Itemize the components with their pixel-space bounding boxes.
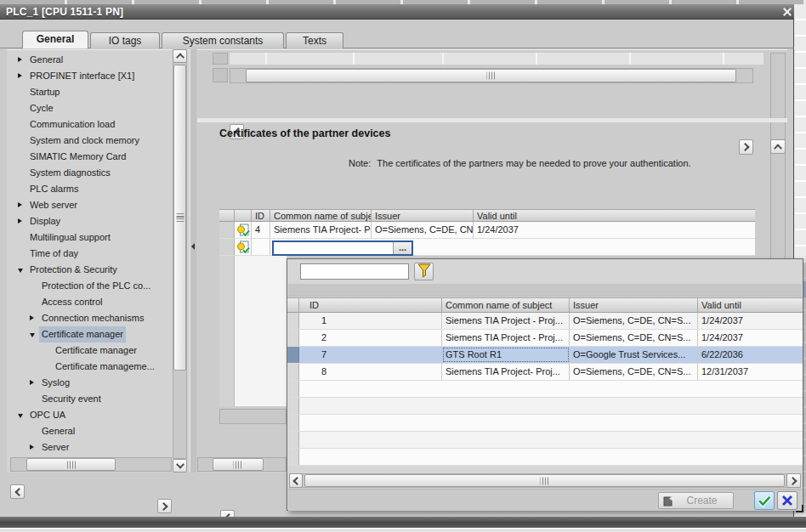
row-selector-cell[interactable] [219,239,235,255]
confirm-button[interactable] [754,491,775,510]
popup-empty-row [287,381,803,398]
popup-certificate-row[interactable]: 1Siemens TIA Project - Proj...O=Siemens,… [287,313,803,330]
sidebar-scroll-left-icon[interactable] [10,484,25,499]
certificate-picker-cell[interactable]: ... [272,241,413,256]
sidebar-item-label: Syslog [39,375,72,391]
row-selector-cell[interactable] [287,347,299,363]
expand-icon[interactable] [18,73,22,78]
collapse-pane-icon[interactable] [191,243,195,250]
collapse-icon[interactable] [18,414,23,418]
pane-splitter[interactable] [190,49,196,473]
sidebar-item-label: Protection & Security [27,262,120,278]
tab-io-tags[interactable]: IO tags [90,32,160,48]
cell-valid-until: 1/24/2037 [698,330,803,346]
sidebar-item-access-control[interactable]: Access control [7,294,172,310]
content-scroll-up-icon[interactable] [770,139,786,154]
sidebar-scroll-down-icon[interactable] [173,459,187,473]
row-selector-cell[interactable] [219,222,235,238]
row-selector-cell[interactable] [287,330,299,346]
expand-icon[interactable] [18,218,22,224]
sidebar-item-multilingual-support[interactable]: Multilingual support [7,229,172,246]
sidebar-item-time-of-day[interactable]: Time of day [7,246,172,262]
sidebar-item-plc-alarms[interactable]: PLC alarms [7,181,172,197]
sidebar-scroll-right-icon[interactable] [157,499,172,513]
column-header-valid-until[interactable]: Valid until [474,210,755,221]
cell-id-empty [252,239,270,255]
content-scroll-right-icon[interactable] [739,139,753,155]
sidebar-item-certificate-manager[interactable]: Certificate manager [7,342,172,359]
certificate-picker-input[interactable] [274,242,393,254]
cancel-button[interactable] [777,491,797,510]
sidebar-item-security-event[interactable]: Security event [7,391,172,407]
sidebar-item-opc-ua[interactable]: OPC UA [7,407,172,423]
expand-icon[interactable] [30,380,34,385]
note-label: Note: [349,158,371,168]
dialog-bottom-frame [0,517,806,528]
column-header-common-name[interactable]: Common name of subject [442,298,570,312]
column-header-id[interactable]: ID [299,298,442,312]
sidebar-item-general[interactable]: General [7,52,172,68]
row-selector-cell[interactable] [287,364,299,380]
sidebar-item-label: SIMATIC Memory Card [27,149,128,165]
tab-system-constants[interactable]: System constants [162,32,284,48]
sidebar-item-certificate-manager[interactable]: Certificate manager [7,326,172,342]
column-header-common-name[interactable]: Common name of subject [270,210,372,221]
section-heading: Certificates of the partner devices [219,127,390,139]
sidebar-scroll-up-icon[interactable] [173,49,187,63]
sidebar-vscroll-thumb[interactable] [173,65,186,371]
sidebar-item-connection-mechanisms[interactable]: Connection mechanisms [7,310,172,326]
column-header-issuer[interactable]: Issuer [372,210,474,221]
filter-button[interactable] [414,263,434,280]
sidebar-item-label: OPC UA [27,407,68,423]
popup-certificate-row[interactable]: 2Siemens TIA Project - Proj...O=Siemens,… [287,330,803,347]
sidebar-item-cycle[interactable]: Cycle [7,100,172,116]
sidebar-item-web-server[interactable]: Web server [7,197,172,213]
expand-icon[interactable] [18,57,22,62]
sidebar-hscroll-thumb[interactable] [26,458,116,471]
create-button[interactable]: Create [658,492,734,509]
sidebar-item-system-diagnostics[interactable]: System diagnostics [7,165,172,181]
expand-icon[interactable] [30,315,34,320]
sidebar-item-profinet-interface-x1[interactable]: PROFINET interface [X1] [7,68,172,84]
row-selector-cell[interactable] [287,313,299,329]
content-hscroll-thumb[interactable] [246,69,736,82]
cell-common-name: GTS Root R1 [442,347,570,363]
close-icon[interactable] [780,6,794,18]
sidebar-item-startup[interactable]: Startup [7,84,172,100]
expand-icon[interactable] [30,444,34,450]
popup-empty-row [287,449,803,466]
tab-general[interactable]: General [22,31,88,48]
sidebar-item-protection-of-the-plc-co[interactable]: Protection of the PLC co... [7,278,172,294]
popup-scroll-left-icon[interactable] [289,473,303,488]
sidebar-item-label: PROFINET interface [X1] [27,68,137,84]
search-input[interactable] [300,263,409,280]
popup-certificate-row[interactable]: 7GTS Root R1O=Google Trust Services...6/… [287,347,803,364]
sidebar-item-protection-security[interactable]: Protection & Security [7,262,172,278]
popup-scroll-right-icon[interactable] [786,473,801,488]
popup-certificate-row[interactable]: 8Siemens TIA Project- Proj...O=Siemens, … [287,364,803,381]
popup-hscroll-thumb[interactable] [304,474,785,487]
sidebar-item-simatic-memory-card[interactable]: SIMATIC Memory Card [7,149,172,165]
collapse-icon[interactable] [18,269,23,273]
sidebar-item-certificate-manageme[interactable]: Certificate manageme... [7,359,172,375]
column-header-valid-until[interactable]: Valid until [698,298,803,312]
browse-ellipsis-button[interactable]: ... [393,242,412,254]
expand-icon[interactable] [18,202,22,207]
tab-label: General [37,33,75,45]
dialog-titlebar[interactable]: PLC_1 [CPU 1511-1 PN] [0,4,794,20]
sidebar-item-display[interactable]: Display [7,213,172,229]
sidebar-item-server[interactable]: Server [7,439,172,456]
pane-hscroll-thumb[interactable] [213,458,264,471]
column-header-issuer[interactable]: Issuer [570,298,698,312]
collapse-icon[interactable] [30,333,35,337]
certificate-row[interactable]: 4 Siemens TIA Project- Proj... O=Siemens… [219,222,755,239]
popup-resize-grip[interactable] [796,505,803,512]
sidebar-item-label: Certificate manager [53,342,139,359]
sidebar-item-system-and-clock-memory[interactable]: System and clock memory [7,133,172,149]
tab-texts[interactable]: Texts [286,32,343,48]
sidebar-item-communication-load[interactable]: Communication load [7,116,172,133]
sidebar-item-general[interactable]: General [7,423,172,439]
table-hscrollbar-partial[interactable] [219,409,287,424]
sidebar-item-syslog[interactable]: Syslog [7,375,172,391]
column-header-id[interactable]: ID [252,210,270,221]
